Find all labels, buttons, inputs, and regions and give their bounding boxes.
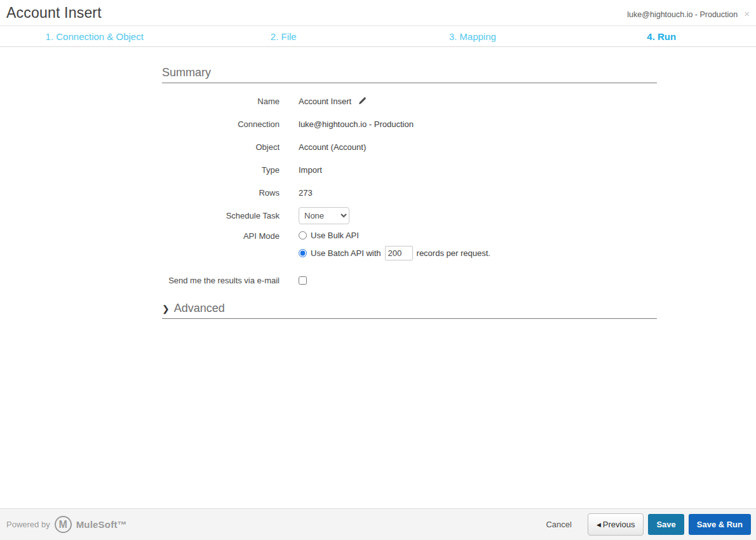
connection-indicator: luke@hightouch.io - Production xyxy=(627,10,738,19)
bulk-api-option-label: Use Bulk API xyxy=(311,231,359,240)
brand-area: Powered by M MuleSoft™ xyxy=(6,516,127,533)
close-icon[interactable]: × xyxy=(744,9,750,18)
type-value: Import xyxy=(280,165,322,175)
bulk-api-radio[interactable] xyxy=(299,231,307,240)
tab-connection-object[interactable]: 1. Connection & Object xyxy=(0,26,189,46)
api-mode-options: Use Bulk API Use Batch API with records … xyxy=(280,229,490,260)
tab-file[interactable]: 2. File xyxy=(189,26,379,46)
powered-by-label: Powered by xyxy=(6,520,50,529)
batch-api-option-prefix: Use Batch API with xyxy=(311,248,381,258)
name-label: Name xyxy=(162,97,280,106)
mulesoft-logo-icon: M xyxy=(55,516,72,533)
summary-panel: Summary Name Account Insert Connection l… xyxy=(162,47,657,319)
object-row: Object Account (Account) xyxy=(162,135,657,158)
rows-label: Rows xyxy=(162,188,280,198)
summary-heading-label: Summary xyxy=(162,66,211,79)
email-results-row: Send me the results via e-mail xyxy=(162,269,657,292)
wizard-header: Account Insert luke@hightouch.io - Produ… xyxy=(0,0,756,26)
advanced-section-toggle[interactable]: ❯ Advanced xyxy=(162,302,657,319)
batch-api-option[interactable]: Use Batch API with records per request. xyxy=(299,246,490,260)
bulk-api-option[interactable]: Use Bulk API xyxy=(299,231,490,240)
batch-size-input[interactable] xyxy=(385,246,413,260)
type-row: Type Import xyxy=(162,158,657,181)
mulesoft-brand-name: MuleSoft™ xyxy=(76,519,127,530)
cancel-button[interactable]: Cancel xyxy=(546,520,571,529)
email-results-value xyxy=(280,276,307,285)
schedule-task-label: Schedule Task xyxy=(162,211,280,220)
summary-heading: Summary xyxy=(162,66,657,83)
footer-actions: Cancel ◀ Previous Save Save & Run xyxy=(546,513,751,536)
summary-form: Name Account Insert Connection luke@high… xyxy=(162,83,657,292)
connection-label: Connection xyxy=(162,119,280,129)
page-title: Account Insert xyxy=(6,4,102,22)
advanced-heading-label: Advanced xyxy=(174,302,225,315)
schedule-task-select[interactable]: None xyxy=(299,207,349,224)
batch-api-option-suffix: records per request. xyxy=(417,248,490,258)
api-mode-label: API Mode xyxy=(162,229,280,241)
name-row: Name Account Insert xyxy=(162,90,657,112)
batch-api-radio[interactable] xyxy=(299,249,307,257)
email-results-checkbox[interactable] xyxy=(299,276,307,285)
schedule-task-row: Schedule Task None xyxy=(162,204,657,227)
rows-row: Rows 273 xyxy=(162,181,657,204)
schedule-task-value: None xyxy=(280,207,349,224)
chevron-right-icon: ❯ xyxy=(162,304,170,314)
save-and-run-button[interactable]: Save & Run xyxy=(689,514,751,535)
api-mode-row: API Mode Use Bulk API Use Batch API with… xyxy=(162,227,657,269)
object-label: Object xyxy=(162,142,280,152)
previous-button[interactable]: ◀ Previous xyxy=(588,513,644,536)
name-value-group: Account Insert xyxy=(280,97,366,106)
tab-mapping[interactable]: 3. Mapping xyxy=(378,26,567,46)
type-label: Type xyxy=(162,165,280,175)
object-value: Account (Account) xyxy=(280,142,366,152)
edit-name-pencil-icon[interactable] xyxy=(358,97,366,105)
footer-bar: Powered by M MuleSoft™ Cancel ◀ Previous… xyxy=(0,508,756,540)
connection-value: luke@hightouch.io - Production xyxy=(280,119,414,129)
rows-value: 273 xyxy=(280,188,313,198)
connection-row: Connection luke@hightouch.io - Productio… xyxy=(162,112,657,135)
name-value: Account Insert xyxy=(299,97,351,106)
step-tabs: 1. Connection & Object 2. File 3. Mappin… xyxy=(0,26,756,47)
email-results-label: Send me the results via e-mail xyxy=(162,276,280,285)
header-right: luke@hightouch.io - Production × xyxy=(627,6,750,19)
previous-button-label: Previous xyxy=(603,520,635,529)
tab-run[interactable]: 4. Run xyxy=(567,26,756,46)
previous-arrow-icon: ◀ xyxy=(597,522,601,528)
save-button[interactable]: Save xyxy=(648,514,684,535)
